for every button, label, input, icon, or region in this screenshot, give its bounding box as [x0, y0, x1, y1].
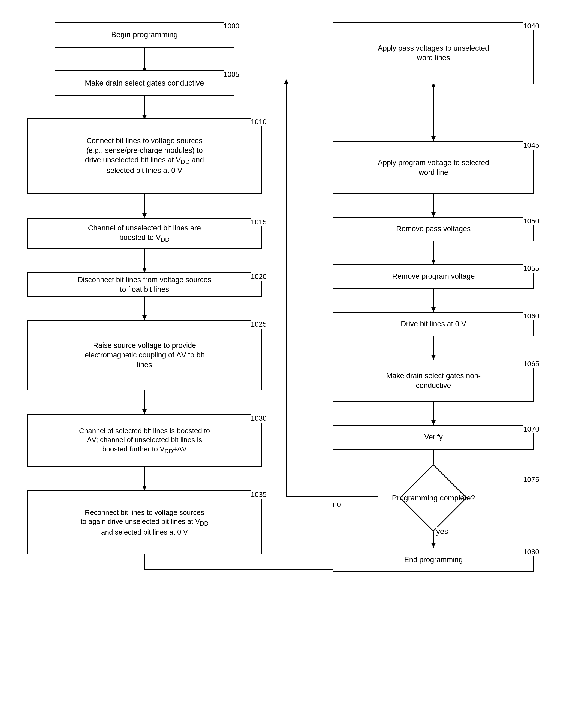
- node-1015: Channel of unselected bit lines areboost…: [27, 218, 262, 249]
- svg-marker-9: [142, 316, 147, 320]
- svg-marker-5: [142, 213, 147, 218]
- label-1070: 1070: [523, 425, 539, 433]
- label-1015: 1015: [251, 218, 267, 226]
- label-1040: 1040: [523, 22, 539, 30]
- node-1025: Raise source voltage to provideelectroma…: [27, 320, 262, 390]
- node-1035: Reconnect bit lines to voltage sourcesto…: [27, 491, 262, 555]
- node-1020-label: Disconnect bit lines from voltage source…: [78, 275, 212, 294]
- label-1035: 1035: [251, 491, 267, 499]
- svg-marker-29: [431, 420, 436, 425]
- node-1000-label: Begin programming: [111, 30, 178, 40]
- svg-marker-25: [431, 307, 436, 312]
- node-1040-label: Apply pass voltages to unselectedword li…: [378, 44, 489, 63]
- node-1075-label: Programming complete?: [392, 493, 475, 503]
- label-1000: 1000: [224, 22, 239, 30]
- node-1080: End programming: [333, 548, 534, 572]
- svg-marker-36: [284, 79, 289, 84]
- label-1055: 1055: [523, 264, 539, 273]
- node-1065: Make drain select gates non-conductive: [333, 360, 534, 402]
- node-1020: Disconnect bit lines from voltage source…: [27, 273, 262, 297]
- node-1055: Remove program voltage: [333, 264, 534, 289]
- node-1030: Channel of selected bit lines is boosted…: [27, 414, 262, 467]
- label-1050: 1050: [523, 217, 539, 225]
- label-1065: 1065: [523, 360, 539, 368]
- node-1075: Programming complete?: [333, 471, 534, 525]
- svg-marker-19: [431, 136, 436, 141]
- label-1025: 1025: [251, 320, 267, 329]
- node-1050: Remove pass voltages: [333, 217, 534, 241]
- node-1000: Begin programming: [55, 22, 234, 48]
- node-1060: Drive bit lines at 0 V: [333, 312, 534, 337]
- node-1010-label: Connect bit lines to voltage sources(e.g…: [85, 136, 204, 176]
- svg-marker-33: [431, 543, 436, 548]
- node-1070-label: Verify: [424, 432, 443, 442]
- node-1045-label: Apply program voltage to selectedword li…: [378, 158, 489, 177]
- label-1010: 1010: [251, 118, 267, 126]
- label-1020: 1020: [251, 273, 267, 281]
- node-1055-label: Remove program voltage: [392, 272, 475, 281]
- node-1015-label: Channel of unselected bit lines areboost…: [88, 223, 201, 244]
- no-label: no: [333, 500, 341, 509]
- label-1075: 1075: [523, 475, 539, 484]
- svg-marker-23: [431, 260, 436, 264]
- node-1005: Make drain select gates conductive: [55, 70, 234, 96]
- node-1035-label: Reconnect bit lines to voltage sourcesto…: [80, 508, 208, 537]
- svg-marker-21: [431, 212, 436, 217]
- node-1040: Apply pass voltages to unselectedword li…: [333, 22, 534, 84]
- flowchart-diagram: Begin programming 1000 Make drain select…: [0, 0, 588, 713]
- svg-marker-11: [142, 410, 147, 414]
- node-1060-label: Drive bit lines at 0 V: [401, 319, 466, 329]
- node-1045: Apply program voltage to selectedword li…: [333, 141, 534, 194]
- node-1010: Connect bit lines to voltage sources(e.g…: [27, 118, 262, 194]
- svg-marker-7: [142, 268, 147, 273]
- label-1005: 1005: [224, 70, 239, 79]
- svg-marker-27: [431, 355, 436, 360]
- node-1025-label: Raise source voltage to provideelectroma…: [85, 341, 204, 369]
- node-1030-label: Channel of selected bit lines is boosted…: [79, 426, 210, 455]
- label-1045: 1045: [523, 141, 539, 150]
- label-1080: 1080: [523, 548, 539, 556]
- node-1065-label: Make drain select gates non-conductive: [386, 371, 481, 390]
- svg-marker-13: [142, 486, 147, 491]
- node-1080-label: End programming: [404, 555, 463, 564]
- node-1070: Verify: [333, 425, 534, 450]
- node-1050-label: Remove pass voltages: [396, 224, 470, 234]
- label-1060: 1060: [523, 312, 539, 320]
- label-1030: 1030: [251, 414, 267, 423]
- yes-label: yes: [436, 527, 448, 536]
- node-1005-label: Make drain select gates conductive: [85, 78, 204, 88]
